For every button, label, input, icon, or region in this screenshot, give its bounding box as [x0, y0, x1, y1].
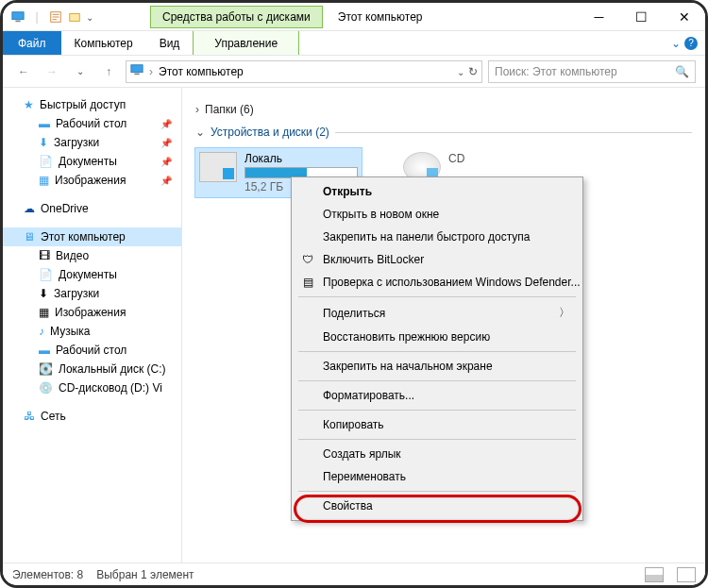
menu-item[interactable]: Восстановить прежнюю версию [295, 326, 580, 348]
tab-computer[interactable]: Компьютер [61, 31, 146, 55]
this-pc-icon: 🖥 [24, 230, 35, 244]
sidebar-item-label: Этот компьютер [41, 230, 126, 244]
back-button[interactable]: ← [12, 60, 35, 83]
new-folder-qat-icon[interactable] [67, 9, 82, 25]
sidebar-item-videos[interactable]: 🎞Видео [3, 246, 181, 265]
menu-item[interactable]: Создать ярлык [295, 443, 580, 465]
sidebar-item-pictures[interactable]: ▦Изображения [3, 303, 181, 322]
shield-icon: 🛡 [300, 252, 315, 267]
tab-view[interactable]: Вид [146, 31, 194, 55]
drive-name: Локаль [244, 152, 358, 165]
group-devices[interactable]: ⌄Устройства и диски (2) [195, 126, 692, 139]
menu-item-label: Поделиться [323, 307, 385, 320]
sidebar-item-music[interactable]: ♪Музыка [3, 322, 181, 341]
search-box[interactable]: Поиск: Этот компьютер 🔍 [488, 60, 696, 83]
sidebar-item-desktop[interactable]: ▬Рабочий стол [3, 341, 181, 360]
sidebar-item-downloads[interactable]: ⬇Загрузки [3, 284, 181, 303]
sidebar-network[interactable]: 🖧Сеть [3, 407, 181, 426]
network-icon: 🖧 [24, 410, 35, 423]
address-dropdown-icon[interactable] [457, 65, 464, 78]
search-icon: 🔍 [675, 65, 689, 78]
menu-item[interactable]: Свойства [295, 495, 580, 517]
menu-item[interactable]: Форматировать... [295, 384, 580, 407]
svg-rect-1 [15, 20, 20, 22]
menu-item[interactable]: 🛡Включить BitLocker [295, 248, 580, 271]
qat-separator: | [29, 9, 44, 25]
group-label: Папки (6) [205, 103, 254, 116]
details-view-button[interactable] [645, 567, 664, 582]
menu-item[interactable]: Копировать [295, 413, 580, 436]
close-button[interactable]: ✕ [663, 3, 705, 31]
item-count: Элементов: 8 [12, 568, 83, 581]
menu-item-label: Открыть в новом окне [323, 208, 439, 221]
svg-rect-3 [70, 13, 80, 21]
this-pc-icon [10, 9, 25, 25]
sidebar-onedrive[interactable]: ☁OneDrive [3, 199, 181, 218]
window-title: Этот компьютер [338, 10, 423, 24]
titlebar: | Средства работы с дисками Этот компьют… [3, 3, 705, 31]
group-folders[interactable]: ›Папки (6) [195, 103, 692, 116]
search-placeholder: Поиск: Этот компьютер [495, 65, 617, 78]
minimize-button[interactable]: ─ [578, 3, 620, 31]
sidebar-item-label: Документы [59, 268, 117, 281]
menu-item[interactable]: ▤Проверка с использованием Windows Defen… [295, 271, 580, 294]
menu-item-label: Свойства [323, 499, 373, 512]
qat-dropdown-icon[interactable] [86, 10, 93, 24]
menu-item-label: Закрепить на панели быстрого доступа [323, 230, 531, 244]
documents-icon: 📄 [39, 268, 53, 281]
defender-icon: ▤ [300, 275, 315, 290]
help-icon[interactable]: ? [684, 37, 698, 50]
sidebar-item-pictures[interactable]: ▦Изображения📌 [3, 171, 181, 190]
sidebar-item-local-disk[interactable]: 💽Локальный диск (C:) [3, 360, 181, 378]
videos-icon: 🎞 [39, 249, 50, 262]
navigation-pane: ★Быстрый доступ ▬Рабочий стол📌 ⬇Загрузки… [3, 88, 182, 563]
cd-icon: 💿 [39, 381, 53, 395]
drive-name: CD [448, 152, 464, 165]
menu-item[interactable]: Открыть [295, 180, 580, 203]
refresh-button[interactable]: ↻ [468, 65, 478, 78]
menu-item[interactable]: Поделиться〉 [295, 300, 580, 326]
this-pc-icon [130, 63, 143, 79]
menu-item[interactable]: Открыть в новом окне [295, 203, 580, 226]
sidebar-item-label: Рабочий стол [56, 117, 126, 130]
sidebar-item-label: OneDrive [41, 202, 89, 215]
sidebar-item-label: Загрузки [54, 136, 99, 149]
sidebar-item-cd-drive[interactable]: 💿CD-дисковод (D:) Vi [3, 378, 181, 397]
address-text: Этот компьютер [159, 65, 244, 78]
status-bar: Элементов: 8 Выбран 1 элемент [3, 563, 705, 585]
menu-item[interactable]: Переименовать [295, 465, 580, 488]
address-bar[interactable]: › Этот компьютер ↻ [126, 60, 482, 83]
ribbon-expand-button[interactable]: ⌄? [664, 31, 705, 55]
sidebar-this-pc[interactable]: 🖥Этот компьютер [3, 227, 181, 246]
selection-count: Выбран 1 элемент [96, 568, 194, 581]
menu-item[interactable]: Закрепить на панели быстрого доступа [295, 226, 580, 248]
star-icon: ★ [24, 98, 34, 111]
menu-item-label: Переименовать [323, 470, 406, 483]
history-dropdown[interactable] [69, 60, 92, 83]
pin-icon: 📌 [160, 176, 172, 186]
navigation-bar: ← → ↑ › Этот компьютер ↻ Поиск: Этот ком… [3, 56, 705, 88]
properties-qat-icon[interactable] [48, 9, 63, 25]
pin-icon: 📌 [160, 157, 172, 167]
svg-rect-0 [12, 11, 24, 19]
pictures-icon: ▦ [39, 174, 49, 187]
sidebar-item-desktop[interactable]: ▬Рабочий стол📌 [3, 114, 181, 133]
menu-item[interactable]: Закрепить на начальном экране [295, 355, 580, 378]
up-button[interactable]: ↑ [97, 60, 120, 83]
sidebar-quick-access[interactable]: ★Быстрый доступ [3, 95, 181, 114]
sidebar-item-label: CD-дисковод (D:) Vi [59, 381, 162, 395]
forward-button[interactable]: → [41, 60, 63, 83]
sidebar-item-label: Музыка [50, 325, 90, 338]
large-icons-view-button[interactable] [677, 567, 696, 582]
file-tab[interactable]: Файл [3, 31, 61, 55]
group-label: Устройства и диски (2) [211, 126, 329, 139]
tab-manage[interactable]: Управление [193, 31, 299, 55]
pin-icon: 📌 [160, 119, 172, 129]
sidebar-item-downloads[interactable]: ⬇Загрузки📌 [3, 133, 181, 152]
desktop-icon: ▬ [39, 117, 50, 130]
maximize-button[interactable]: ☐ [620, 3, 663, 31]
sidebar-item-documents[interactable]: 📄Документы [3, 265, 181, 284]
documents-icon: 📄 [39, 155, 53, 168]
sidebar-item-label: Быстрый доступ [40, 98, 126, 111]
sidebar-item-documents[interactable]: 📄Документы📌 [3, 152, 181, 171]
